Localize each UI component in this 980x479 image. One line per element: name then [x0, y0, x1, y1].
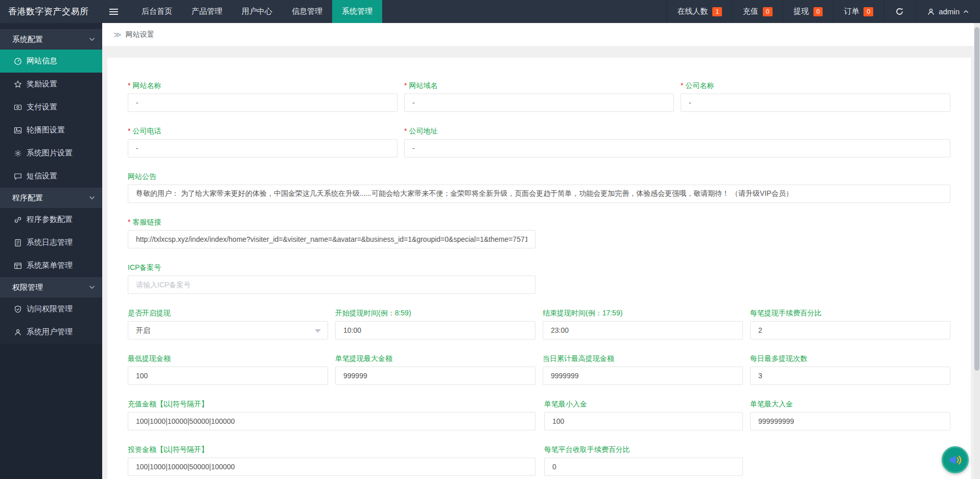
field-label: *公司电话: [128, 126, 398, 135]
sidebar-item-system-users[interactable]: 系统用户管理: [0, 321, 102, 344]
tab-dashboard[interactable]: 后台首页: [132, 0, 182, 23]
icp-number-input[interactable]: [128, 276, 535, 294]
company-address-input[interactable]: [404, 139, 950, 157]
chevron-down-icon: [89, 196, 95, 200]
deposit-min-input[interactable]: [544, 412, 743, 430]
page-title: 网站设置: [126, 30, 154, 39]
stat-label: 充值: [743, 7, 758, 16]
hamburger-icon[interactable]: [102, 0, 125, 23]
stat-recharge[interactable]: 充值 0: [732, 0, 783, 23]
breadcrumb: ≫ 网站设置: [102, 23, 980, 46]
scrollbar-thumb[interactable]: [974, 27, 979, 371]
field-label: 网站公告: [128, 172, 950, 181]
withdraw-max-single-input[interactable]: [335, 367, 535, 385]
sidebar-item-system-menus[interactable]: 系统菜单管理: [0, 254, 102, 277]
sidebar-item-site-info[interactable]: 网站信息: [0, 50, 102, 73]
main-area: ≫ 网站设置 *网站名称 *网站域名 *公司名称: [102, 23, 980, 479]
field-label: 每笔平台收取手续费百分比: [544, 445, 743, 454]
field-label: *网站域名: [404, 81, 674, 90]
stat-orders[interactable]: 订单 0: [833, 0, 883, 23]
tab-system[interactable]: 系统管理: [332, 0, 382, 23]
field-label: 充值金额【以|符号隔开】: [128, 399, 535, 408]
site-name-input[interactable]: [128, 94, 398, 112]
field-label: 每笔提现手续费百分比: [750, 308, 950, 317]
sidebar-item-system-logs[interactable]: 系统日志管理: [0, 231, 102, 254]
item-label: 程序参数配置: [27, 215, 73, 224]
sidebar-item-carousel-settings[interactable]: 轮播图设置: [0, 119, 102, 142]
group-label: 系统配置: [12, 35, 43, 44]
item-label: 网站信息: [27, 56, 57, 66]
sidebar-item-reward-settings[interactable]: 奖励设置: [0, 73, 102, 96]
top-nav: 后台首页 产品管理 用户中心 信息管理 系统管理: [132, 0, 382, 23]
withdraw-end-time-input[interactable]: [543, 321, 743, 339]
speaker-icon: [948, 453, 963, 467]
star-icon: [13, 80, 22, 88]
sidebar-group-permissions[interactable]: 权限管理: [0, 277, 102, 298]
item-label: 短信设置: [27, 171, 57, 181]
item-label: 系统用户管理: [27, 327, 73, 337]
group-label: 程序配置: [12, 193, 43, 203]
group-label: 权限管理: [12, 283, 43, 292]
sound-toggle-button[interactable]: [942, 446, 969, 473]
withdraw-start-time-input[interactable]: [335, 321, 535, 339]
shield-check-icon: [13, 305, 22, 313]
site-domain-input[interactable]: [404, 94, 674, 112]
refresh-button[interactable]: [883, 0, 915, 23]
selected-value: 开启: [136, 326, 150, 334]
required-mark: *: [681, 81, 683, 89]
app-logo: 香港数字资产交易所: [0, 0, 102, 23]
sidebar-item-payment-settings[interactable]: 支付设置: [0, 96, 102, 119]
item-label: 系统菜单管理: [27, 261, 73, 270]
admin-username: admin: [939, 7, 960, 16]
field-label: 是否开启提现: [128, 308, 328, 317]
sidebar-item-program-params[interactable]: 程序参数配置: [0, 208, 102, 231]
withdraw-fee-input[interactable]: [750, 321, 950, 339]
item-label: 奖励设置: [27, 79, 57, 89]
item-label: 轮播图设置: [27, 125, 65, 135]
item-label: 支付设置: [27, 102, 57, 112]
sidebar-item-sms-settings[interactable]: 短信设置: [0, 165, 102, 188]
withdraw-times-input[interactable]: [750, 367, 950, 385]
company-phone-input[interactable]: [128, 139, 398, 157]
tab-products[interactable]: 产品管理: [182, 0, 232, 23]
sidebar-item-system-images[interactable]: 系统图片设置: [0, 142, 102, 165]
field-label: 单笔最大入金: [750, 399, 950, 408]
sidebar-group-system-config[interactable]: 系统配置: [0, 29, 102, 50]
item-label: 系统日志管理: [27, 238, 73, 247]
required-mark: *: [128, 218, 130, 226]
tab-user-center[interactable]: 用户中心: [232, 0, 282, 23]
site-notice-input[interactable]: [128, 185, 950, 203]
sidebar-item-access-permissions[interactable]: 访问权限管理: [0, 298, 102, 321]
stat-withdraw[interactable]: 提现 0: [783, 0, 833, 23]
field-label: 结束提现时间(例：17:59): [543, 308, 743, 317]
required-mark: *: [128, 81, 130, 89]
service-link-input[interactable]: [128, 230, 535, 248]
item-label: 系统图片设置: [27, 148, 73, 158]
withdraw-min-input[interactable]: [128, 367, 328, 385]
invest-amounts-input[interactable]: [128, 458, 535, 476]
user-icon: [927, 8, 935, 16]
stat-label: 在线人数: [677, 7, 708, 16]
double-angle-icon: ≫: [113, 30, 122, 39]
stat-online-users[interactable]: 在线人数 1: [666, 0, 732, 23]
platform-fee-input[interactable]: [544, 458, 743, 476]
field-label: *公司地址: [404, 126, 950, 135]
sidebar-group-program-config[interactable]: 程序配置: [0, 188, 102, 208]
tab-information[interactable]: 信息管理: [282, 0, 332, 23]
status-badge: 0: [864, 7, 873, 16]
layout-icon: [13, 261, 22, 270]
user-icon: [13, 328, 22, 336]
stat-label: 提现: [794, 7, 809, 16]
message-icon: [13, 172, 22, 180]
field-label: 开始提现时间(例：8:59): [335, 308, 535, 317]
gear-icon: [13, 149, 22, 157]
withdraw-max-daily-input[interactable]: [543, 367, 743, 385]
chevron-up-icon: [963, 10, 969, 14]
admin-menu[interactable]: admin: [915, 0, 980, 23]
recharge-amounts-input[interactable]: [128, 412, 535, 430]
deposit-max-input[interactable]: [750, 412, 950, 430]
required-mark: *: [128, 127, 130, 135]
withdraw-enabled-select[interactable]: 开启: [128, 321, 328, 339]
payment-icon: [13, 103, 22, 111]
company-name-input[interactable]: [681, 94, 950, 112]
